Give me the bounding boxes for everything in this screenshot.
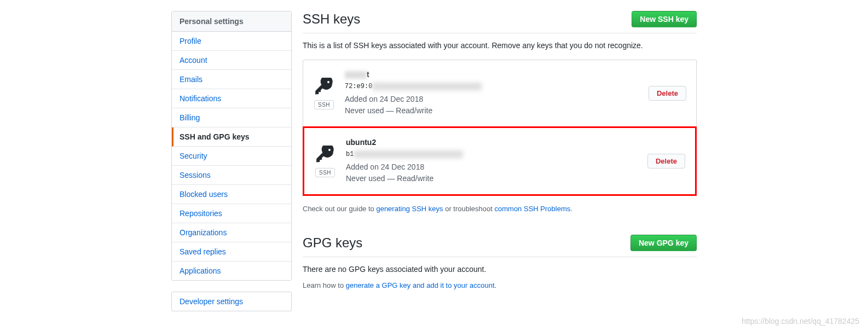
sidebar-item-repositories[interactable]: Repositories	[172, 204, 291, 223]
sidebar-item-security[interactable]: Security	[172, 147, 291, 166]
key-icon	[316, 146, 334, 165]
key-fingerprint: b1	[346, 150, 463, 158]
sidebar-item-saved-replies[interactable]: Saved replies	[172, 242, 291, 262]
generate-gpg-key-link[interactable]: generate a GPG key and add it to your ac…	[346, 281, 495, 289]
ssh-key-row: SSH t 72:e9:0 Added on 24 Dec 2018 Never…	[303, 60, 696, 127]
key-type-badge: SSH	[315, 168, 335, 177]
key-info: t 72:e9:0 Added on 24 Dec 2018 Never use…	[345, 70, 642, 117]
developer-settings-group: Developer settings	[171, 292, 292, 311]
gpg-section-header: GPG keys New GPG key	[303, 235, 697, 257]
settings-sidebar: Personal settings Profile Account Emails…	[171, 11, 292, 322]
main-content: SSH keys New SSH key This is a list of S…	[303, 11, 697, 322]
key-usage: Never used — Read/write	[345, 105, 642, 117]
sidebar-item-ssh-gpg-keys[interactable]: SSH and GPG keys	[172, 127, 291, 147]
sidebar-header: Personal settings	[172, 11, 291, 32]
gpg-empty-text: There are no GPG keys associated with yo…	[303, 265, 697, 274]
delete-key-button[interactable]: Delete	[647, 154, 685, 169]
key-usage: Never used — Read/write	[346, 173, 641, 184]
sidebar-item-profile[interactable]: Profile	[172, 32, 291, 51]
sidebar-item-emails[interactable]: Emails	[172, 70, 291, 89]
ssh-section-header: SSH keys New SSH key	[303, 11, 697, 33]
personal-settings-group: Personal settings Profile Account Emails…	[171, 11, 292, 281]
ssh-footer-note: Check out our guide to generating SSH ke…	[303, 205, 697, 213]
sidebar-item-blocked-users[interactable]: Blocked users	[172, 185, 291, 204]
key-type-badge: SSH	[314, 100, 334, 109]
key-icon-wrap: SSH	[314, 146, 336, 177]
sidebar-item-account[interactable]: Account	[172, 51, 291, 70]
sidebar-item-organizations[interactable]: Organizations	[172, 223, 291, 242]
gpg-learn-note: Learn how to generate a GPG key and add …	[303, 281, 697, 289]
new-gpg-key-button[interactable]: New GPG key	[630, 235, 697, 251]
ssh-title: SSH keys	[303, 11, 360, 27]
key-icon	[315, 78, 333, 97]
redacted	[354, 150, 463, 158]
new-ssh-key-button[interactable]: New SSH key	[632, 11, 697, 27]
gpg-title: GPG keys	[303, 235, 362, 251]
sidebar-item-developer-settings[interactable]: Developer settings	[172, 292, 291, 311]
common-ssh-problems-link[interactable]: common SSH Problems	[495, 205, 571, 213]
redacted	[345, 71, 367, 79]
key-added: Added on 24 Dec 2018	[345, 94, 642, 105]
key-icon-wrap: SSH	[313, 78, 335, 109]
key-fingerprint: 72:e9:0	[345, 83, 482, 90]
ssh-key-row-highlighted: SSH ubuntu2 b1 Added on 24 Dec 2018 Neve…	[303, 126, 697, 196]
key-info: ubuntu2 b1 Added on 24 Dec 2018 Never us…	[346, 138, 641, 184]
ssh-desc: This is a list of SSH keys associated wi…	[303, 41, 697, 50]
sidebar-item-notifications[interactable]: Notifications	[172, 89, 291, 108]
sidebar-item-applications[interactable]: Applications	[172, 262, 291, 280]
key-title: t	[345, 70, 642, 79]
redacted	[372, 83, 482, 90]
watermark: https://blog.csdn.net/qq_41782425	[742, 317, 859, 326]
sidebar-item-sessions[interactable]: Sessions	[172, 166, 291, 185]
generating-ssh-keys-link[interactable]: generating SSH keys	[376, 205, 443, 213]
ssh-keys-list: SSH t 72:e9:0 Added on 24 Dec 2018 Never…	[303, 60, 697, 196]
sidebar-item-billing[interactable]: Billing	[172, 108, 291, 127]
delete-key-button[interactable]: Delete	[649, 86, 686, 101]
key-title: ubuntu2	[346, 138, 641, 147]
key-added: Added on 24 Dec 2018	[346, 161, 641, 173]
